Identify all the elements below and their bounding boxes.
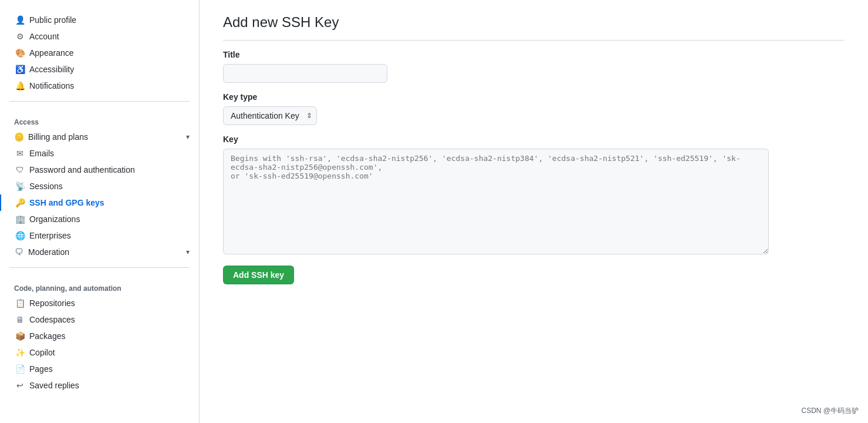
sidebar-item-codespaces[interactable]: 🖥Codespaces	[0, 311, 199, 328]
sidebar-item-label: Copilot	[29, 348, 55, 357]
sidebar-item-repositories[interactable]: 📋Repositories	[0, 295, 199, 311]
packages-icon: 📦	[15, 331, 25, 341]
watermark: CSDN @牛码当驴	[801, 406, 859, 416]
key-type-select[interactable]: Authentication KeySigning Key	[223, 106, 317, 125]
notifications-icon: 🔔	[15, 81, 25, 90]
sidebar-item-sessions[interactable]: 📡Sessions	[0, 178, 199, 194]
sidebar-item-label: Accessibility	[29, 65, 74, 74]
sidebar-item-label: Account	[29, 32, 59, 41]
sidebar-item-organizations[interactable]: 🏢Organizations	[0, 211, 199, 227]
enterprises-icon: 🌐	[15, 231, 25, 240]
emails-icon: ✉	[15, 149, 25, 158]
sidebar-item-account[interactable]: ⚙Account	[0, 28, 199, 45]
account-icon: ⚙	[15, 32, 25, 41]
pages-icon: 📄	[15, 364, 25, 374]
repositories-icon: 📋	[15, 298, 25, 308]
sidebar: 👤Public profile⚙Account🎨Appearance♿Acces…	[0, 0, 200, 423]
accessibility-icon: ♿	[15, 65, 25, 74]
title-group: Title	[223, 50, 845, 83]
key-textarea[interactable]	[223, 149, 769, 254]
page-title: Add new SSH Key	[223, 14, 845, 41]
sidebar-item-label: Saved replies	[29, 381, 79, 390]
automation-section-label: Code, planning, and automation	[0, 275, 199, 295]
sidebar-item-label: Repositories	[29, 298, 75, 308]
sidebar-item-label: Packages	[29, 331, 65, 341]
sidebar-item-label: Public profile	[29, 15, 76, 25]
billing-icon: 🪙	[14, 132, 23, 142]
organizations-icon: 🏢	[15, 214, 25, 224]
sidebar-divider	[9, 101, 190, 102]
main-content: Add new SSH Key Title Key type Authentic…	[200, 0, 868, 423]
sidebar-item-label: Enterprises	[29, 231, 71, 240]
key-label: Key	[223, 135, 845, 144]
access-section-label: Access	[0, 109, 199, 129]
sidebar-item-copilot[interactable]: ✨Copilot	[0, 344, 199, 361]
add-ssh-key-button[interactable]: Add SSH key	[223, 266, 294, 284]
sidebar-item-billing[interactable]: 🪙Billing and plans▾	[0, 129, 199, 145]
sidebar-item-emails[interactable]: ✉Emails	[0, 145, 199, 162]
key-type-label: Key type	[223, 92, 845, 102]
sidebar-item-packages[interactable]: 📦Packages	[0, 328, 199, 344]
chevron-icon: ▾	[186, 133, 190, 141]
sidebar-item-saved-replies[interactable]: ↩Saved replies	[0, 377, 199, 394]
sidebar-item-label: Organizations	[29, 214, 80, 224]
key-type-select-wrapper: Authentication KeySigning Key ⇕	[223, 106, 317, 125]
sidebar-divider-2	[9, 267, 190, 268]
codespaces-icon: 🖥	[15, 315, 25, 324]
sidebar-item-label: Codespaces	[29, 315, 75, 324]
saved-replies-icon: ↩	[15, 381, 25, 390]
sidebar-item-ssh-gpg[interactable]: 🔑SSH and GPG keys	[0, 194, 199, 211]
sidebar-item-label: Notifications	[29, 81, 74, 90]
appearance-icon: 🎨	[15, 48, 25, 58]
sidebar-item-enterprises[interactable]: 🌐Enterprises	[0, 227, 199, 244]
moderation-icon: 🗨	[14, 247, 23, 257]
password-icon: 🛡	[15, 165, 25, 174]
sidebar-item-label: Billing and plans	[28, 132, 88, 142]
title-input[interactable]	[223, 64, 387, 83]
public-profile-icon: 👤	[15, 15, 25, 25]
sidebar-item-notifications[interactable]: 🔔Notifications	[0, 78, 199, 94]
sidebar-item-label: SSH and GPG keys	[29, 198, 104, 207]
chevron-icon: ▾	[186, 248, 190, 256]
sidebar-item-label: Password and authentication	[29, 165, 135, 174]
sidebar-item-label: Emails	[29, 149, 54, 158]
key-type-group: Key type Authentication KeySigning Key ⇕	[223, 92, 845, 125]
key-group: Key	[223, 135, 845, 256]
sessions-icon: 📡	[15, 182, 25, 191]
sidebar-item-moderation[interactable]: 🗨Moderation▾	[0, 244, 199, 260]
copilot-icon: ✨	[15, 348, 25, 357]
sidebar-item-label: Appearance	[29, 48, 74, 58]
sidebar-item-pages[interactable]: 📄Pages	[0, 361, 199, 377]
sidebar-item-label: Moderation	[28, 247, 69, 257]
title-label: Title	[223, 50, 845, 59]
sidebar-item-label: Sessions	[29, 182, 63, 191]
sidebar-item-appearance[interactable]: 🎨Appearance	[0, 45, 199, 61]
sidebar-item-password[interactable]: 🛡Password and authentication	[0, 162, 199, 178]
sidebar-item-label: Pages	[29, 364, 53, 374]
ssh-gpg-icon: 🔑	[15, 198, 25, 207]
sidebar-item-accessibility[interactable]: ♿Accessibility	[0, 61, 199, 78]
sidebar-item-public-profile[interactable]: 👤Public profile	[0, 12, 199, 28]
